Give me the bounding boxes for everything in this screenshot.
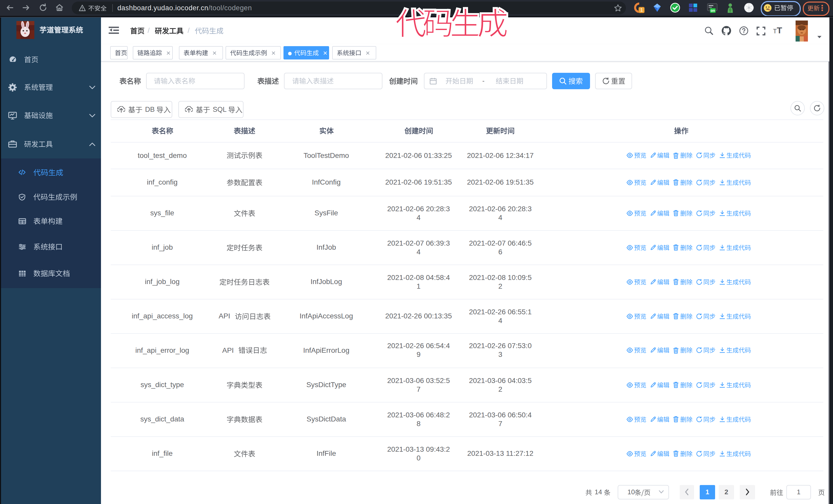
- svg-text:1: 1: [640, 7, 643, 13]
- svg-text:on: on: [711, 8, 715, 13]
